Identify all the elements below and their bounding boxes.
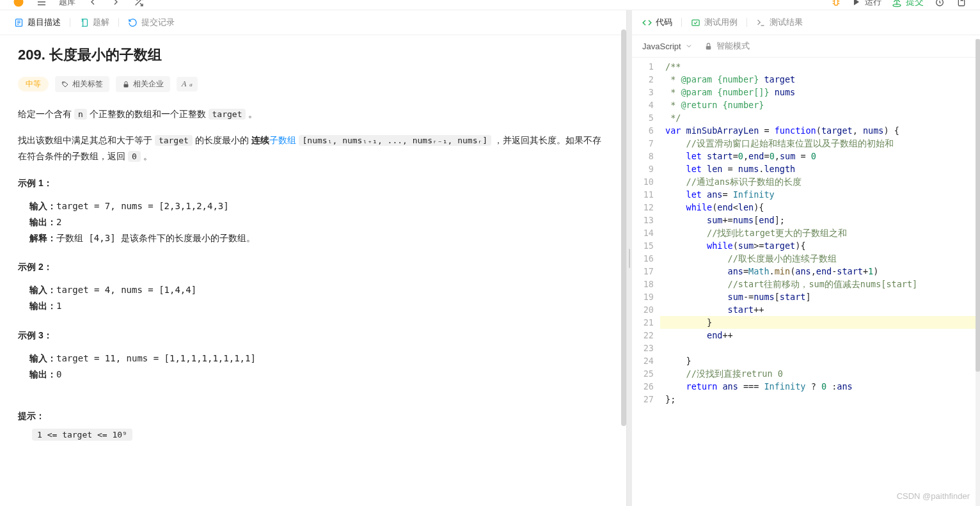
run-button[interactable]: 运行 [852, 0, 881, 8]
code-editor[interactable]: 1234567891011121314151617181920212223242… [632, 58, 980, 506]
chevron-down-icon [685, 42, 693, 50]
watermark: CSDN @paithfinder [897, 491, 970, 501]
note-icon[interactable] [956, 0, 967, 8]
tab-testcase[interactable]: 测试用例 [691, 17, 738, 28]
hints-title: 提示： [18, 411, 608, 422]
svg-point-16 [63, 83, 64, 83]
example1-title: 示例 1： [18, 178, 608, 189]
subarray-link[interactable]: 子数组 [269, 135, 296, 145]
library-link[interactable]: 题库 [59, 0, 75, 8]
tags-chip[interactable]: 相关标签 [55, 76, 109, 92]
problem-tabs: 题目描述 题解 提交记录 [0, 10, 626, 35]
right-scrollbar[interactable] [976, 39, 980, 506]
smart-mode[interactable]: 智能模式 [704, 40, 750, 52]
shuffle-icon[interactable] [133, 0, 145, 8]
divider [681, 18, 682, 27]
line-gutter: 1234567891011121314151617181920212223242… [632, 58, 660, 506]
svg-rect-20 [706, 45, 711, 49]
hint-item: 1 <= target <= 10⁹ [32, 429, 132, 441]
divider [118, 18, 119, 27]
top-toolbar: 题库 运行 提交 [0, 0, 980, 10]
divider [70, 18, 70, 27]
example2: 输入：target = 4, nums = [1,4,4] 输出：1 [18, 280, 608, 317]
tab-description[interactable]: 题目描述 [14, 17, 61, 28]
svg-rect-18 [692, 20, 699, 26]
svg-rect-7 [834, 0, 837, 5]
desc-line-2: 找出该数组中满足其总和大于等于 target 的长度最小的 连续子数组 [num… [18, 132, 608, 164]
logo-icon[interactable] [13, 0, 24, 8]
example2-title: 示例 2： [18, 262, 608, 273]
problem-pane: 题目描述 题解 提交记录 209. 长度最小的子数组 中等 [0, 10, 627, 506]
problem-title: 209. 长度最小的子数组 [18, 45, 608, 65]
example3: 输入：target = 11, nums = [1,1,1,1,1,1,1,1]… [18, 348, 608, 385]
svg-point-0 [14, 0, 24, 7]
prev-icon[interactable] [87, 0, 99, 8]
hints-list: 1 <= target <= 10⁹ [18, 429, 608, 441]
tab-result[interactable]: 测试结果 [756, 17, 803, 28]
example1: 输入：target = 7, nums = [2,3,1,2,4,3] 输出：2… [18, 196, 608, 249]
example3-title: 示例 3： [18, 330, 608, 342]
svg-rect-17 [124, 84, 129, 87]
language-select[interactable]: JavaScript [642, 42, 693, 51]
submit-button[interactable]: 提交 [892, 0, 924, 8]
companies-chip[interactable]: 相关企业 [116, 76, 170, 92]
divider [747, 18, 747, 27]
lock-icon [704, 42, 713, 51]
svg-point-9 [893, 4, 901, 6]
code-pane: 代码 测试用例 测试结果 JavaScript [632, 10, 980, 506]
pane-splitter[interactable] [627, 10, 632, 506]
svg-line-6 [136, 0, 138, 1]
left-scrollbar[interactable] [621, 10, 626, 506]
code-content[interactable]: /** * @param {number} target * @param {n… [660, 58, 980, 506]
desc-line-1: 给定一个含有 n 个正整数的数组和一个正整数 target 。 [18, 106, 608, 122]
code-toolbar: JavaScript 智能模式 [632, 35, 980, 58]
meta-row: 中等 相关标签 相关企业 Aa [18, 76, 608, 92]
debug-icon[interactable] [830, 0, 842, 8]
timer-icon[interactable] [934, 0, 945, 8]
difficulty-badge: 中等 [18, 77, 49, 91]
font-chip[interactable]: Aa [177, 77, 198, 91]
svg-marker-8 [854, 0, 859, 5]
list-icon[interactable] [36, 0, 47, 8]
problem-body: 209. 长度最小的子数组 中等 相关标签 相关企业 Aa 给定一个含有 n 个… [0, 35, 626, 506]
next-icon[interactable] [110, 0, 122, 8]
tab-submissions[interactable]: 提交记录 [128, 17, 175, 28]
tab-code[interactable]: 代码 [642, 17, 672, 28]
tab-solution[interactable]: 题解 [79, 17, 109, 28]
code-tabs: 代码 测试用例 测试结果 [632, 10, 980, 35]
